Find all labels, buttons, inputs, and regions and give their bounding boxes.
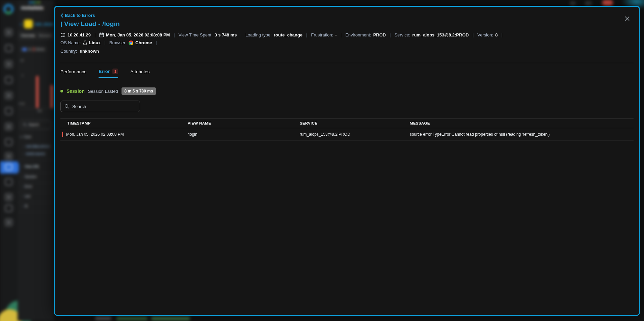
y-tick: 10 xyxy=(20,59,24,62)
session-lasted-label: Session Lasted xyxy=(88,89,118,94)
app-logo-icon[interactable] xyxy=(3,4,14,14)
rail-rum-active-item[interactable] xyxy=(0,161,18,173)
calendar-icon xyxy=(99,32,104,37)
rail-settings-icon[interactable] xyxy=(5,219,12,226)
header-icon xyxy=(585,1,592,5)
tree-item-session[interactable]: ›Session xyxy=(22,175,37,179)
meta-service: Service:rum_aiops_153@8.2:PROD xyxy=(395,32,469,37)
close-icon[interactable] xyxy=(624,16,631,22)
search-icon xyxy=(23,123,27,127)
tree-item-id[interactable]: ›Id xyxy=(22,204,27,208)
separator: | xyxy=(473,32,474,37)
tab-overview[interactable]: Overview xyxy=(21,34,35,37)
meta-os-name: OS Name: Linux xyxy=(60,40,101,45)
brand-arc-decoration xyxy=(29,1,40,3)
col-service: SERVICE xyxy=(300,121,410,125)
separator: | xyxy=(341,32,342,37)
tree-item-rum[interactable]: ›rum xyxy=(22,194,30,198)
view-name-cell: /login xyxy=(188,132,300,137)
search-icon xyxy=(64,104,69,109)
separator: | xyxy=(173,32,175,37)
session-label: Session xyxy=(66,88,85,94)
rail-cloud-icon[interactable] xyxy=(5,193,12,201)
brand-logo: motadata xyxy=(21,5,44,10)
rail-menu-icon[interactable] xyxy=(5,29,12,36)
y-tick: 1 xyxy=(22,74,23,77)
meta-country: Country: unknown xyxy=(60,49,634,54)
tab-browser[interactable]: Browser xyxy=(39,34,52,37)
collapse-chevron-icon[interactable]: ‹ xyxy=(20,21,22,27)
divider xyxy=(18,212,54,212)
background-search[interactable]: Search xyxy=(20,120,51,129)
rail-trace-icon[interactable] xyxy=(5,178,12,186)
rail-chart-icon[interactable] xyxy=(5,138,12,146)
background-search-label: Search xyxy=(28,123,39,127)
error-bar[interactable] xyxy=(36,76,38,108)
rail-report-icon[interactable] xyxy=(5,92,12,99)
meta-browser: Browser: Chrome xyxy=(109,40,152,45)
meta-version: Version:8 xyxy=(477,32,498,37)
tree-item-error[interactable]: ›Error xyxy=(22,185,32,188)
meta-datetime: Mon, Jan 05, 2026 02:08:08 PM xyxy=(99,32,170,37)
search-input[interactable] xyxy=(72,104,133,109)
entity-name: rum_aiops xyxy=(35,22,54,26)
notification-badge xyxy=(602,0,613,6)
divider xyxy=(18,202,54,203)
session-duration-badge: 8 m 5 s 780 ms xyxy=(122,87,156,95)
rail-filter-icon[interactable] xyxy=(5,45,12,52)
tab-performance[interactable]: Performance xyxy=(60,69,86,78)
errors-table: TIMESTAMP VIEW NAME SERVICE MESSAGE Mon,… xyxy=(60,118,634,141)
separator: | xyxy=(240,32,241,37)
legend-errors-swatch xyxy=(33,48,34,51)
separator: | xyxy=(156,40,157,45)
page-title: | View Load - /login xyxy=(60,20,634,28)
entity-row[interactable]: ‹ rum_aiops xyxy=(20,20,53,28)
back-label: Back to Errors xyxy=(65,13,95,18)
y-tick: 0.01 xyxy=(19,102,25,105)
active-tree-indicator xyxy=(18,163,19,172)
rail-file-icon[interactable] xyxy=(5,153,12,160)
rail-topology-icon[interactable] xyxy=(5,107,12,115)
meta-view-time-spent: View Time Spent:3 s 748 ms xyxy=(179,32,237,37)
footer-fragment xyxy=(95,317,111,320)
rail-integrations-icon[interactable] xyxy=(5,123,12,130)
separator: | xyxy=(390,32,391,37)
tree-item-event-source[interactable]: ›event.source xyxy=(23,152,45,156)
chevron-left-icon xyxy=(60,14,63,18)
header-icon xyxy=(570,1,576,5)
globe-icon xyxy=(60,32,65,37)
view-load-detail-modal: Back to Errors | View Load - /login 10.2… xyxy=(54,6,640,316)
timestamp-cell: Mon, Jan 05, 2026 02:08:08 PM xyxy=(60,132,188,137)
session-row: Session Session Lasted 8 m 5 s 780 ms xyxy=(60,87,634,95)
tree-item-core[interactable]: ▾Core xyxy=(20,135,31,139)
footer-fragment xyxy=(116,317,147,320)
separator: | xyxy=(95,32,96,37)
table-row[interactable]: Mon, Jan 05, 2026 02:08:08 PM /login rum… xyxy=(60,128,634,141)
tree-item-view-url[interactable]: ›View URL xyxy=(22,165,39,168)
rail-alert-icon[interactable] xyxy=(5,60,12,68)
chart-legend: In Errors xyxy=(20,47,47,52)
tab-error[interactable]: Error 1 xyxy=(99,69,118,78)
divider xyxy=(18,173,54,173)
chrome-icon xyxy=(129,41,133,45)
meta-loading-type: Loading type:route_change xyxy=(245,32,302,37)
tree-item-rum-idea-error[interactable]: ›rum.idea.error.e xyxy=(23,144,50,148)
error-count-badge: 1 xyxy=(112,69,118,74)
rail-doc-icon[interactable] xyxy=(5,76,12,84)
footer-fragment xyxy=(151,317,190,320)
divider xyxy=(18,160,54,160)
error-severity-indicator xyxy=(62,132,63,137)
message-cell: source error TypeError Cannot read prope… xyxy=(410,132,634,137)
error-search[interactable] xyxy=(60,101,140,112)
meta-frustration: Frustration:- xyxy=(311,32,337,37)
meta-row: 10.20.41.29 | Mon, Jan 05, 2026 02:08:08… xyxy=(60,32,546,45)
back-to-errors-link[interactable]: Back to Errors xyxy=(60,13,634,18)
rail-log-icon[interactable] xyxy=(5,205,12,212)
error-bar[interactable] xyxy=(51,85,53,108)
tab-attributes[interactable]: Attributes xyxy=(130,69,150,78)
col-message: MESSAGE xyxy=(410,121,634,125)
linux-icon xyxy=(83,41,87,45)
meta-ip: 10.20.41.29 xyxy=(60,32,91,37)
secondary-sidebar: motadata ‹ rum_aiops Overview Browser In… xyxy=(18,0,54,321)
separator: | xyxy=(502,32,503,37)
